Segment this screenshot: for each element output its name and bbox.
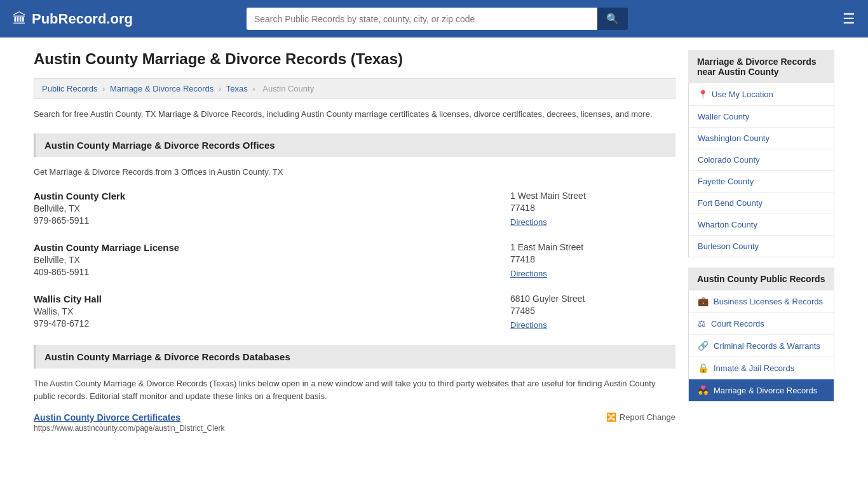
near-section-title: Marriage & Divorce Records near Austin C…	[688, 50, 834, 83]
office-address-1: 1 West Main Street	[510, 191, 675, 201]
offices-section-header: Austin County Marriage & Divorce Records…	[34, 133, 675, 157]
breadcrumb-public-records[interactable]: Public Records	[42, 84, 97, 93]
office-address-3: 6810 Guyler Street	[510, 294, 675, 304]
site-header: 🏛 PubRecord.org 🔍 ☰	[0, 0, 868, 37]
breadcrumb-texas[interactable]: Texas	[226, 84, 248, 93]
sidebar-item-business[interactable]: 💼 Business Licenses & Records	[689, 290, 834, 313]
office-block-2: Austin County Marriage License Bellville…	[34, 242, 675, 278]
office-name-2: Austin County Marriage License	[34, 242, 498, 253]
public-records-section: Austin County Public Records 💼 Business …	[688, 268, 834, 402]
sidebar-item-criminal-label: Criminal Records & Warrants	[714, 341, 820, 351]
search-bar: 🔍	[247, 8, 628, 30]
criminal-icon: 🔗	[698, 341, 709, 351]
inmate-icon: 🔒	[698, 363, 709, 373]
breadcrumb: Public Records › Marriage & Divorce Reco…	[34, 78, 675, 99]
db-entry-1: Austin County Divorce Certificates https…	[34, 412, 675, 433]
location-icon: 📍	[698, 90, 708, 99]
page-description: Search for free Austin County, TX Marria…	[34, 108, 675, 121]
databases-section-header: Austin County Marriage & Divorce Records…	[34, 345, 675, 369]
office-phone-3: 979-478-6712	[34, 318, 498, 329]
directions-link-1[interactable]: Directions	[510, 217, 547, 227]
breadcrumb-current: Austin County	[262, 84, 314, 93]
logo-icon: 🏛	[13, 11, 27, 27]
office-city-2: Bellville, TX	[34, 255, 498, 265]
office-block-1: Austin County Clerk Bellville, TX 979-86…	[34, 191, 675, 227]
near-counties-list: Waller County Washington County Colorado…	[688, 106, 834, 257]
report-change-label: Report Change	[620, 412, 675, 422]
databases-description: The Austin County Marriage & Divorce Rec…	[34, 377, 675, 402]
logo-text: PubRecord.org	[32, 11, 133, 27]
sidebar-item-marriage-label: Marriage & Divorce Records	[714, 386, 817, 395]
office-name-3: Wallis City Hall	[34, 294, 498, 304]
office-address-2: 1 East Main Street	[510, 242, 675, 252]
offices-count: Get Marriage & Divorce Records from 3 Of…	[34, 166, 675, 179]
db-title-1[interactable]: Austin County Divorce Certificates	[34, 412, 225, 423]
directions-link-2[interactable]: Directions	[510, 269, 547, 278]
sidebar-item-court[interactable]: ⚖ Court Records	[689, 313, 834, 335]
office-phone-2: 409-865-5911	[34, 267, 498, 277]
sidebar-item-marriage[interactable]: 💑 Marriage & Divorce Records	[689, 379, 834, 401]
near-county-wharton[interactable]: Wharton County	[689, 214, 834, 236]
search-button[interactable]: 🔍	[597, 8, 628, 30]
page-title: Austin County Marriage & Divorce Records…	[34, 50, 675, 68]
office-city-1: Bellville, TX	[34, 203, 498, 214]
content-area: Austin County Marriage & Divorce Records…	[34, 50, 675, 438]
directions-link-3[interactable]: Directions	[510, 320, 547, 330]
business-icon: 💼	[698, 296, 709, 306]
near-county-fortbend[interactable]: Fort Bend County	[689, 193, 834, 214]
logo-link[interactable]: 🏛 PubRecord.org	[13, 11, 133, 27]
near-county-colorado[interactable]: Colorado County	[689, 149, 834, 171]
near-county-waller[interactable]: Waller County	[689, 106, 834, 128]
report-change-icon: 🔀	[606, 412, 616, 422]
near-county-burleson[interactable]: Burleson County	[689, 236, 834, 257]
search-input[interactable]	[247, 8, 597, 30]
near-section: Marriage & Divorce Records near Austin C…	[688, 50, 834, 257]
use-my-location[interactable]: 📍 Use My Location	[688, 83, 834, 106]
db-url-1: https://www.austincounty.com/page/austin…	[34, 424, 225, 433]
sidebar-item-criminal[interactable]: 🔗 Criminal Records & Warrants	[689, 335, 834, 357]
breadcrumb-marriage-divorce[interactable]: Marriage & Divorce Records	[110, 84, 214, 93]
near-county-washington[interactable]: Washington County	[689, 128, 834, 149]
marriage-icon: 💑	[698, 385, 709, 395]
near-county-fayette[interactable]: Fayette County	[689, 171, 834, 193]
public-records-list: 💼 Business Licenses & Records ⚖ Court Re…	[688, 290, 834, 402]
use-my-location-label: Use My Location	[712, 90, 773, 99]
menu-button[interactable]: ☰	[843, 11, 855, 27]
office-zip-1: 77418	[510, 203, 675, 213]
office-block-3: Wallis City Hall Wallis, TX 979-478-6712…	[34, 294, 675, 330]
office-city-3: Wallis, TX	[34, 306, 498, 316]
sidebar-item-inmate-label: Inmate & Jail Records	[714, 363, 794, 373]
office-name-1: Austin County Clerk	[34, 191, 498, 201]
office-phone-1: 979-865-5911	[34, 215, 498, 226]
court-icon: ⚖	[698, 318, 706, 329]
public-records-section-title: Austin County Public Records	[688, 268, 834, 290]
sidebar-item-business-label: Business Licenses & Records	[714, 297, 823, 306]
sidebar-item-inmate[interactable]: 🔒 Inmate & Jail Records	[689, 357, 834, 379]
report-change-1[interactable]: 🔀 Report Change	[606, 412, 675, 422]
office-zip-3: 77485	[510, 306, 675, 316]
main-container: Austin County Marriage & Divorce Records…	[21, 37, 847, 451]
office-zip-2: 77418	[510, 254, 675, 264]
sidebar: Marriage & Divorce Records near Austin C…	[688, 50, 834, 438]
sidebar-item-court-label: Court Records	[711, 319, 764, 329]
